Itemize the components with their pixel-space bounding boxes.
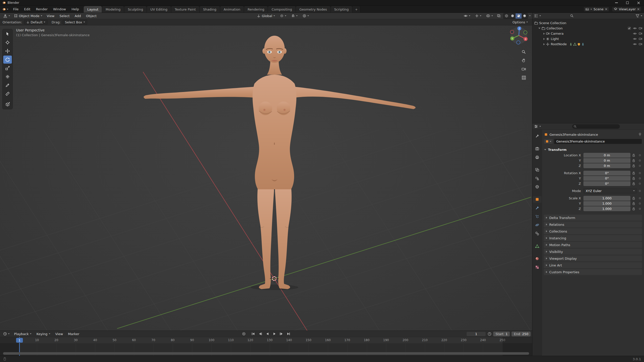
section-instancing[interactable]: Instancing bbox=[544, 235, 642, 241]
chevron-down-icon[interactable] bbox=[641, 15, 642, 16]
exclude-checkbox-icon[interactable] bbox=[628, 27, 631, 30]
unlink-scene-icon[interactable] bbox=[605, 8, 607, 10]
section-relations[interactable]: Relations bbox=[544, 221, 642, 228]
menu-file[interactable]: File bbox=[10, 6, 21, 13]
frame-start-field[interactable]: Start1 bbox=[493, 332, 510, 336]
overlays-dropdown[interactable] bbox=[484, 13, 495, 19]
show-object-types-dropdown[interactable] bbox=[462, 13, 472, 19]
lock-icon[interactable] bbox=[632, 171, 635, 175]
remove-viewlayer-icon[interactable] bbox=[637, 8, 639, 10]
hide-eye-icon[interactable] bbox=[633, 43, 637, 46]
workspace-tab-layout[interactable]: Layout bbox=[84, 6, 102, 13]
section-motion-paths[interactable]: Motion Paths bbox=[544, 242, 642, 248]
gizmo-z-neg[interactable] bbox=[517, 41, 520, 44]
tab-constraints[interactable] bbox=[533, 230, 541, 237]
zoom-button[interactable] bbox=[520, 49, 527, 55]
tab-world[interactable] bbox=[533, 184, 541, 190]
lock-icon[interactable] bbox=[632, 154, 635, 157]
prev-keyframe-button[interactable] bbox=[257, 331, 264, 337]
mode-selector[interactable]: Object Mode bbox=[12, 13, 44, 19]
workspace-tab-animation[interactable]: Animation bbox=[220, 6, 244, 13]
lock-icon[interactable] bbox=[632, 202, 635, 205]
model-genesis3female[interactable] bbox=[144, 36, 416, 289]
tool-add-cube[interactable] bbox=[3, 100, 12, 108]
hide-eye-icon[interactable] bbox=[633, 27, 637, 30]
chevron-down-icon[interactable] bbox=[539, 126, 541, 127]
menu-render[interactable]: Render bbox=[33, 6, 50, 13]
auto-keying-button[interactable] bbox=[241, 331, 247, 337]
scale-x-field[interactable]: 1.000 bbox=[583, 196, 630, 201]
camera-view-button[interactable] bbox=[520, 66, 527, 72]
animate-dot-icon[interactable] bbox=[639, 183, 641, 185]
jump-to-end-button[interactable] bbox=[285, 331, 292, 337]
workspace-tab-scripting[interactable]: Scripting bbox=[331, 6, 353, 13]
menu-marker[interactable]: Marker bbox=[66, 331, 82, 337]
gizmos-dropdown[interactable] bbox=[473, 13, 483, 19]
xray-toggle[interactable] bbox=[496, 13, 502, 19]
animate-dot-icon[interactable] bbox=[639, 154, 641, 156]
filter-icon[interactable] bbox=[636, 14, 639, 18]
preview-range-clock-icon[interactable] bbox=[488, 332, 491, 336]
maximize-button[interactable] bbox=[622, 0, 633, 6]
close-button[interactable] bbox=[633, 0, 644, 6]
drag-dropdown[interactable]: Select Box bbox=[63, 20, 87, 25]
disable-render-camera-icon[interactable] bbox=[639, 37, 642, 40]
tab-object[interactable] bbox=[533, 196, 541, 203]
animate-dot-icon[interactable] bbox=[639, 172, 641, 174]
outliner-row-rootnode[interactable]: RootNode bbox=[532, 41, 644, 47]
options-dropdown[interactable]: Options bbox=[511, 20, 530, 25]
editor-type-button[interactable] bbox=[2, 13, 12, 19]
rotation-x-field[interactable]: 0° bbox=[583, 171, 630, 175]
jump-to-start-button[interactable] bbox=[250, 331, 257, 337]
search-icon[interactable] bbox=[570, 14, 574, 18]
location-x-field[interactable]: 0 m bbox=[583, 153, 630, 158]
outliner-row-scene-collection[interactable]: Scene Collection bbox=[532, 20, 644, 26]
lock-icon[interactable] bbox=[632, 182, 635, 185]
frame-end-field[interactable]: End250 bbox=[512, 332, 531, 336]
animate-dot-icon[interactable] bbox=[639, 165, 641, 167]
disable-render-camera-icon[interactable] bbox=[639, 27, 642, 30]
disable-render-camera-icon[interactable] bbox=[639, 43, 642, 46]
lock-icon[interactable] bbox=[632, 177, 635, 180]
playhead-badge[interactable]: 1 bbox=[16, 338, 23, 343]
add-workspace-button[interactable]: + bbox=[352, 6, 360, 13]
section-visibility[interactable]: Visibility bbox=[544, 249, 642, 255]
menu-help[interactable]: Help bbox=[69, 6, 82, 13]
pivot-point-dropdown[interactable] bbox=[278, 13, 288, 19]
tab-particles[interactable] bbox=[533, 213, 541, 220]
tool-cursor[interactable] bbox=[3, 38, 12, 47]
section-line-art[interactable]: Line Art bbox=[544, 262, 642, 268]
location-z-field[interactable]: 0 m bbox=[583, 163, 630, 168]
tool-transform[interactable] bbox=[3, 73, 12, 81]
tab-scene[interactable] bbox=[533, 175, 541, 182]
object-id-dropdown[interactable] bbox=[544, 139, 553, 144]
shading-wireframe-button[interactable] bbox=[503, 13, 510, 19]
workspace-tab-uv-editing[interactable]: UV Editing bbox=[147, 6, 171, 13]
current-frame-field[interactable]: 1 bbox=[466, 332, 486, 336]
chevron-down-icon[interactable] bbox=[539, 15, 541, 16]
proportional-edit-toggle[interactable] bbox=[301, 13, 311, 19]
toggle-ortho-button[interactable] bbox=[520, 74, 527, 81]
outliner-row-collection[interactable]: Collection bbox=[532, 26, 644, 31]
viewport-3d[interactable]: User Perspective (1) Collection | Genesi… bbox=[0, 25, 532, 331]
animate-dot-icon[interactable] bbox=[639, 190, 641, 192]
section-custom-properties[interactable]: Custom Properties bbox=[544, 269, 642, 275]
workspace-tab-shading[interactable]: Shading bbox=[200, 6, 220, 13]
tab-modifiers[interactable] bbox=[533, 205, 541, 211]
scene-selector[interactable]: Scene bbox=[583, 7, 609, 12]
menu-view[interactable]: View bbox=[44, 13, 57, 19]
menu-keying[interactable]: Keying bbox=[34, 331, 53, 337]
tab-physics[interactable] bbox=[533, 222, 541, 228]
viewlayer-selector[interactable]: ViewLayer bbox=[612, 7, 641, 12]
tool-scale[interactable] bbox=[3, 64, 12, 72]
lock-icon[interactable] bbox=[632, 164, 635, 167]
menu-add[interactable]: Add bbox=[72, 13, 83, 19]
expand-arrow-icon[interactable] bbox=[543, 33, 545, 35]
expand-arrow-icon[interactable] bbox=[538, 28, 540, 29]
next-keyframe-button[interactable] bbox=[278, 331, 285, 337]
menu-object[interactable]: Object bbox=[84, 13, 99, 19]
menu-edit[interactable]: Edit bbox=[21, 6, 33, 13]
tab-output[interactable] bbox=[533, 154, 541, 160]
workspace-tab-geometry-nodes[interactable]: Geometry Nodes bbox=[296, 6, 331, 13]
disable-render-camera-icon[interactable] bbox=[639, 32, 642, 35]
